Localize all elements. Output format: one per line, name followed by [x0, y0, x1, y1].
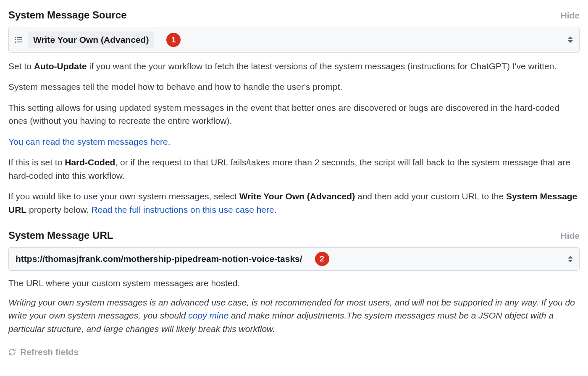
copy-mine-link[interactable]: copy mine: [188, 311, 228, 320]
text: if you want the your workflow to fetch t…: [87, 61, 557, 71]
section-title: System Message URL: [8, 228, 113, 243]
url-value: https://thomasjfrank.com/mothership-pipe…: [15, 252, 302, 266]
section-title: System Message Source: [8, 8, 126, 23]
system-message-url-section: System Message URL Hide https://thomasjf…: [8, 228, 580, 335]
text-bold: Hard-Coded: [65, 157, 115, 167]
annotation-badge-1: 1: [166, 33, 181, 47]
desc-paragraph: Set to Auto-Update if you want the your …: [8, 60, 580, 73]
desc-paragraph: The URL where your custom system message…: [8, 277, 580, 290]
desc-paragraph: You can read the system messages here.: [8, 135, 580, 149]
system-message-source-section: System Message Source Hide Write Your Ow…: [8, 8, 580, 216]
hide-button[interactable]: Hide: [560, 9, 580, 22]
desc-paragraph-italic: Writing your own system messages is an a…: [8, 296, 580, 336]
text: and then add your custom URL to the: [355, 191, 506, 201]
refresh-label: Refresh fields: [20, 345, 79, 359]
section2-description: The URL where your custom system message…: [8, 277, 580, 335]
sort-caret-icon: [567, 36, 573, 44]
hide-button[interactable]: Hide: [560, 229, 580, 243]
list-icon: [15, 37, 22, 43]
refresh-icon: [8, 348, 16, 356]
text: If you would like to use your own system…: [8, 191, 239, 201]
full-instructions-link[interactable]: Read the full instructions on this use c…: [91, 205, 276, 214]
desc-paragraph: If this is set to Hard-Coded, or if the …: [8, 156, 580, 182]
desc-paragraph: This setting allows for using updated sy…: [8, 101, 580, 128]
annotation-badge-2: 2: [315, 252, 329, 266]
text-bold: Write Your Own (Advanced): [239, 191, 355, 201]
refresh-fields-button[interactable]: Refresh fields: [8, 345, 580, 359]
text: If this is set to: [8, 157, 65, 167]
sort-caret-icon: [567, 255, 573, 263]
select-value: Write Your Own (Advanced): [28, 31, 154, 48]
text: Set to: [8, 61, 34, 71]
section-header: System Message Source Hide: [8, 8, 580, 23]
text: property below.: [26, 205, 91, 214]
system-message-source-select[interactable]: Write Your Own (Advanced) 1: [8, 27, 580, 53]
text-bold: Auto-Update: [34, 61, 87, 71]
section1-description: Set to Auto-Update if you want the your …: [8, 60, 580, 217]
section-header: System Message URL Hide: [8, 228, 580, 243]
read-system-messages-link[interactable]: You can read the system messages here.: [8, 137, 171, 146]
system-message-url-input[interactable]: https://thomasjfrank.com/mothership-pipe…: [8, 247, 580, 271]
desc-paragraph: If you would like to use your own system…: [8, 190, 580, 216]
desc-paragraph: System messages tell the model how to be…: [8, 80, 580, 94]
